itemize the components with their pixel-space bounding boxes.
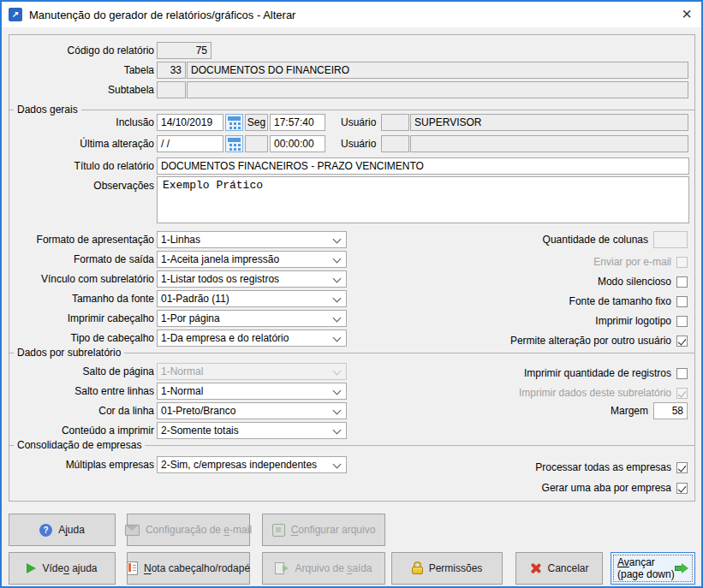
arquivo-saida-button[interactable]: Arquivo de saída xyxy=(262,552,385,585)
mail-icon xyxy=(125,525,140,536)
select-value: 1-Normal xyxy=(161,365,203,377)
checkbox-imprimir-qtd-registros[interactable] xyxy=(676,368,688,379)
codigo-relatorio-label: Código do relatório xyxy=(9,45,154,56)
tipo-cabecalho-label: Tipo de cabeçalho xyxy=(9,332,154,344)
tabela-desc-field[interactable]: DOCUMENTOS DO FINANCEIRO xyxy=(187,62,688,79)
consolidacao-group-label: Consolidação de empresas xyxy=(14,439,145,451)
ajuda-button-label: Ajuda xyxy=(58,524,85,536)
inclusao-usuario-label: Usuário xyxy=(341,116,376,128)
cor-da-linha-label: Cor da linha xyxy=(9,405,154,417)
permissoes-button-label: Permissões xyxy=(429,562,483,574)
checkbox-modo-silencioso[interactable] xyxy=(676,276,688,288)
select-value: 1-Normal xyxy=(161,385,203,397)
salto-pagina-label: Salto de página xyxy=(9,365,154,377)
tabela-label: Tabela xyxy=(9,64,154,76)
checkbox-permite-alteracao[interactable] xyxy=(676,336,688,347)
file-output-icon xyxy=(275,562,289,574)
title-bar: ↗ Manutenção do gerador de relatórios/gr… xyxy=(2,2,701,27)
select-value: 1-Por página xyxy=(161,312,220,324)
alteracao-calendar-button[interactable] xyxy=(225,135,243,152)
margem-label: Margem xyxy=(611,405,648,417)
dialog-window: ↗ Manutenção do gerador de relatórios/gr… xyxy=(0,0,703,588)
inclusao-calendar-button[interactable] xyxy=(225,114,243,131)
alteracao-time-field[interactable]: 00:00:00 xyxy=(270,135,325,152)
inclusao-user-code-field[interactable] xyxy=(381,114,409,131)
subrelatorio-group-label: Dados por subrelatório xyxy=(14,347,124,359)
cancelar-button[interactable]: Cancelar xyxy=(515,552,603,585)
imprimir-qtd-registros-label: Imprimir quantidade de registros xyxy=(524,367,671,379)
titulo-relatorio-label: Título do relatório xyxy=(9,160,154,172)
select-value: 2-Sim, c/empresas independentes xyxy=(161,459,317,471)
imprimir-cabecalho-label: Imprimir cabeçalho xyxy=(9,312,154,324)
permissoes-button[interactable]: Permissões xyxy=(391,552,503,585)
avancar-line1: Avançar xyxy=(617,556,655,568)
file-config-icon xyxy=(272,524,285,537)
play-icon xyxy=(27,563,36,573)
ajuda-button[interactable]: ? Ajuda xyxy=(9,514,116,546)
select-value: 1-Listar todos os registros xyxy=(161,273,279,285)
tabela-code-field[interactable]: 33 xyxy=(157,62,186,79)
select-value: 1-Linhas xyxy=(161,234,200,246)
close-icon[interactable]: × xyxy=(672,3,701,26)
formato-saida-label: Formato de saída xyxy=(9,253,154,265)
select-value: 01-Preto/Branco xyxy=(161,405,235,417)
config-email-button-label: Configuração de e-mail xyxy=(146,524,252,536)
gerar-aba-empresa-label: Gerar uma aba por empresa xyxy=(542,482,671,494)
conteudo-imprimir-label: Conteúdo a imprimir xyxy=(9,425,154,437)
fonte-tamanho-fixo-label: Fonte de tamanho fixo xyxy=(569,295,671,307)
checkbox-enviar-email[interactable] xyxy=(676,257,688,268)
titulo-relatorio-field[interactable]: DOCUMENTOS FINACNEIROS - PRAZO VENCIMENT… xyxy=(157,157,689,175)
salto-entre-linhas-label: Salto entre linhas xyxy=(9,385,154,397)
cancelar-button-label: Cancelar xyxy=(547,562,588,574)
cancel-icon xyxy=(529,562,541,574)
conteudo-imprimir-select[interactable]: 2-Somente totais xyxy=(157,422,347,439)
formato-apresentacao-label: Formato de apresentação xyxy=(9,234,154,246)
codigo-relatorio-field[interactable]: 75 xyxy=(157,42,211,59)
config-email-button[interactable]: Configuração de e-mail xyxy=(127,514,250,546)
subtabela-label: Subtabela xyxy=(9,84,154,96)
configurar-arquivo-button-label: Configurar arquivo xyxy=(291,524,376,536)
select-value: 2-Somente totais xyxy=(161,425,239,437)
alteracao-usuario-label: Usuário xyxy=(341,138,376,150)
note-icon xyxy=(127,561,138,575)
inclusao-day-field[interactable]: Seg xyxy=(245,114,268,131)
inclusao-date-field[interactable]: 14/10/2019 xyxy=(157,114,223,131)
alteracao-user-field[interactable] xyxy=(410,135,688,152)
checkbox-imprimir-logotipo[interactable] xyxy=(676,316,688,327)
inclusao-label: Inclusão xyxy=(9,116,154,128)
observacoes-textarea[interactable]: Exemplo Prático xyxy=(157,176,689,223)
checkbox-processar-empresas[interactable] xyxy=(676,462,688,473)
checkbox-gerar-aba-empresa[interactable] xyxy=(676,483,688,494)
avancar-button[interactable]: Avançar (page down) xyxy=(611,552,695,585)
margem-field[interactable]: 58 xyxy=(653,402,688,419)
configurar-arquivo-button[interactable]: Configurar arquivo xyxy=(262,514,385,546)
checkbox-fonte-tamanho-fixo[interactable] xyxy=(676,296,688,307)
enviar-email-label: Enviar por e-mail xyxy=(593,256,671,268)
permite-alteracao-label: Permite alteração por outro usuário xyxy=(510,335,671,347)
alteracao-date-field[interactable]: / / xyxy=(157,135,223,152)
quantidade-colunas-field[interactable] xyxy=(653,231,688,248)
imprimir-dados-subrelatorio-label: Imprimir dados deste subrelatório xyxy=(519,387,671,399)
modo-silencioso-label: Modo silencioso xyxy=(598,276,671,288)
inclusao-time-field[interactable]: 17:57:40 xyxy=(270,114,325,131)
select-value: 1-Da empresa e do relatório xyxy=(161,332,289,344)
select-value: 01-Padrão (11) xyxy=(161,293,229,305)
alteracao-user-code-field[interactable] xyxy=(381,135,409,152)
avancar-line2: (page down) xyxy=(617,568,675,580)
select-value: 1-Aceita janela impressão xyxy=(161,253,279,265)
video-ajuda-button[interactable]: Vídeo ajuda xyxy=(9,552,116,585)
subtabela-desc-field[interactable] xyxy=(187,81,688,98)
subtabela-code-field[interactable] xyxy=(157,81,186,98)
lock-icon xyxy=(412,561,423,575)
dados-gerais-group-label: Dados gerais xyxy=(14,104,81,116)
processar-empresas-label: Processar todas as empresas xyxy=(535,461,671,473)
dados-gerais-groupline xyxy=(9,110,695,110)
nota-cabecalho-button[interactable]: Nota cabeçalho/rodapé xyxy=(127,552,250,585)
help-icon: ? xyxy=(39,524,52,537)
inclusao-user-field[interactable]: SUPERVISOR xyxy=(410,114,688,131)
alteracao-day-field[interactable] xyxy=(245,135,268,152)
forward-arrow-icon xyxy=(675,563,688,573)
checkbox-imprimir-dados-subrelatorio[interactable] xyxy=(676,388,688,399)
arquivo-saida-button-label: Arquivo de saída xyxy=(295,562,372,574)
quantidade-colunas-label: Quantidade de colunas xyxy=(543,234,648,246)
